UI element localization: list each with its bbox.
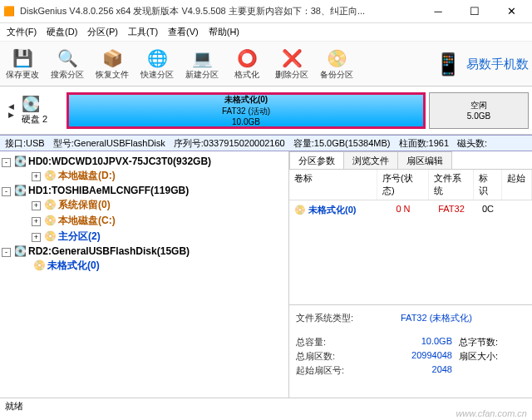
drive-icon: 📀 [44,170,57,181]
partition-free[interactable]: 空闲 5.0GB [429,92,529,129]
menu-file[interactable]: 文件(F) [2,24,42,40]
menu-view[interactable]: 查看(V) [163,24,204,40]
promo-banner[interactable]: 📱 易数手机数 [435,42,532,86]
tree-hd0[interactable]: -💽HD0:WDCWD10JPVX-75JC3T0(932GB) [2,155,287,168]
disk-icon: 💽 [22,95,66,113]
disk-tree[interactable]: -💽HD0:WDCWD10JPVX-75JC3T0(932GB) +📀本地磁盘(… [0,151,289,398]
disk-info-bar: 接口:USB 型号:GeneralUSBFlashDisk 序列号:033791… [0,135,532,151]
app-icon: 🟧 [3,6,15,17]
tool-recover[interactable]: 📦恢复文件 [90,43,135,85]
expand-icon[interactable]: + [32,172,41,181]
fs-info: 文件系统类型:FAT32 (未格式化) 总容量:10.0GB总字节数: 总扇区数… [289,304,532,398]
backup-icon: 📀 [327,47,347,69]
save-icon: 💾 [12,47,33,69]
tool-search[interactable]: 🔍搜索分区 [45,43,90,85]
tool-new[interactable]: 💻新建分区 [180,43,224,85]
new-icon: 💻 [192,47,213,69]
info-heads: 磁头数: [457,137,487,149]
col-seq[interactable]: 序号(状态) [377,170,429,200]
menu-partition[interactable]: 分区(P) [82,24,123,40]
expand-icon[interactable]: + [32,233,41,242]
expand-icon[interactable]: - [2,187,11,196]
drive-icon: 📀 [33,259,46,271]
search-icon: 🔍 [57,47,78,69]
partition-main[interactable]: 未格式化(0) FAT32 (活动) 10.0GB [66,92,426,129]
tool-backup[interactable]: 📀备份分区 [314,43,359,85]
recover-icon: 📦 [102,47,123,69]
col-volume[interactable]: 卷标 [289,170,377,200]
format-icon: ⭕ [237,47,258,69]
tool-save[interactable]: 💾保存更改 [0,43,45,85]
col-flag[interactable]: 标识 [474,170,502,200]
table-body: 📀 未格式化(0) 0 N FAT32 0C [289,200,532,304]
tree-hd1[interactable]: -💽HD1:TOSHIBAeMLCNGFF(119GB) [2,184,287,197]
phone-icon: 📱 [435,52,461,77]
drive-icon: 📀 [44,199,57,210]
expand-icon[interactable]: + [32,201,41,210]
close-button[interactable]: ✕ [499,5,524,17]
tool-quick[interactable]: 🌐快速分区 [135,43,180,85]
expand-icon[interactable]: - [2,158,11,167]
status-text: 就绪 [5,400,23,413]
menu-help[interactable]: 帮助(H) [204,24,244,40]
status-bar: 就绪 [0,398,532,414]
tab-browse[interactable]: 浏览文件 [343,151,398,169]
tabs: 分区参数 浏览文件 扇区编辑 [289,151,532,170]
tool-delete[interactable]: ❌删除分区 [269,43,314,85]
disk-nav[interactable]: ◀▶ [3,102,18,119]
tool-format[interactable]: ⭕格式化 [224,43,269,85]
col-start[interactable]: 起始 [502,170,532,200]
hdd-icon: 💽 [14,156,27,167]
disk-map: ◀▶ 💽 硬盘 2 未格式化(0) FAT32 (活动) 10.0GB 空闲 5… [0,86,532,135]
expand-icon[interactable]: + [32,217,41,226]
window-title: DiskGenius V4.8.0.256 x64 发现新版本 V4.9.5.5… [20,5,426,17]
info-serial: 序列号:0337915020002160 [174,137,285,149]
table-header: 卷标 序号(状态) 文件系统 标识 起始 [289,170,532,200]
info-cylinders: 柱面数:1961 [399,137,450,149]
quick-icon: 🌐 [147,47,168,69]
tree-rd2[interactable]: -💽RD2:GeneralUSBFlashDisk(15GB) [2,245,287,258]
info-capacity: 容量:15.0GB(15384MB) [293,137,391,149]
drive-icon: 📀 [44,230,57,242]
tree-hd0-vol[interactable]: +📀本地磁盘(D:) [2,168,287,184]
info-interface: 接口:USB [5,137,45,149]
tree-rd2-a[interactable]: 📀未格式化(0) [2,258,287,274]
disk-label[interactable]: 💽 硬盘 2 [18,95,66,126]
tab-params[interactable]: 分区参数 [289,151,344,169]
table-row[interactable]: 📀 未格式化(0) 0 N FAT32 0C [289,200,532,220]
tree-hd1-c[interactable]: +📀主分区(2) [2,229,287,245]
maximize-button[interactable]: ☐ [462,5,487,17]
tree-hd1-b[interactable]: +📀本地磁盘(C:) [2,213,287,229]
tab-sector[interactable]: 扇区编辑 [397,151,452,169]
menu-bar: 文件(F) 硬盘(D) 分区(P) 工具(T) 查看(V) 帮助(H) [0,23,532,42]
hdd-icon: 💽 [14,185,27,196]
col-fs[interactable]: 文件系统 [429,170,474,200]
menu-disk[interactable]: 硬盘(D) [42,24,82,40]
expand-icon[interactable]: - [2,248,11,257]
menu-tools[interactable]: 工具(T) [123,24,163,40]
delete-icon: ❌ [282,47,303,69]
usb-icon: 💽 [14,245,27,257]
drive-icon: 📀 [294,205,306,215]
drive-icon: 📀 [44,215,57,226]
tree-hd1-a[interactable]: +📀系统保留(0) [2,197,287,213]
toolbar: 💾保存更改 🔍搜索分区 📦恢复文件 🌐快速分区 💻新建分区 ⭕格式化 ❌删除分区… [0,42,532,86]
info-model: 型号:GeneralUSBFlashDisk [53,137,165,149]
minimize-button[interactable]: ─ [426,5,451,17]
